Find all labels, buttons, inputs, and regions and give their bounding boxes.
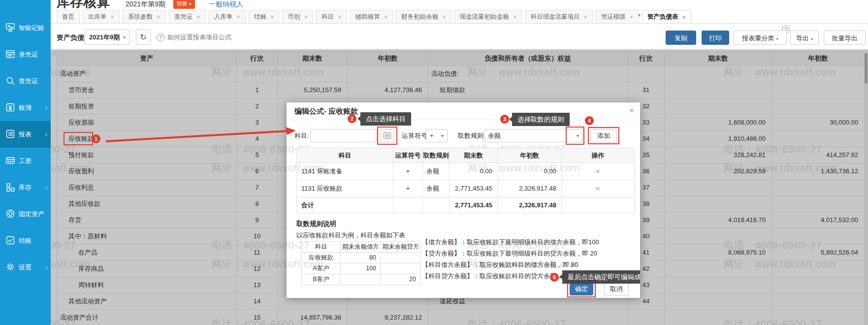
period-select[interactable]: 2021年9期▾	[85, 30, 130, 45]
reclassify-button[interactable]: 报表重分类▾	[734, 31, 787, 45]
tab-label: 首页	[62, 11, 74, 23]
list-icon	[384, 132, 391, 139]
close-icon[interactable]: ×	[630, 11, 634, 23]
subject-cell: 1131 应收账款	[297, 180, 393, 197]
tab[interactable]: 币别 ×	[282, 10, 313, 23]
tab-label: 凭证模版	[601, 11, 626, 23]
copy-button[interactable]: 复制	[666, 31, 696, 45]
export-button[interactable]: 导出▾	[790, 31, 819, 45]
formula-help-link[interactable]: ?如何设置报表项目公式	[157, 33, 231, 42]
modal-title: 编辑公式- 应收账款	[294, 107, 358, 116]
close-icon[interactable]: ×	[629, 106, 634, 116]
sidebar-item-label: 账簿	[19, 103, 32, 112]
sidebar-item[interactable]: 工资 ›	[0, 148, 51, 174]
step-1-badge: 1	[92, 134, 100, 143]
sidebar-item[interactable]: 智能记账 ›	[0, 15, 51, 41]
batch-export-button[interactable]: 批量导出	[824, 31, 866, 45]
sidebar-item[interactable]: 固定资产 ›	[0, 201, 51, 228]
print-button[interactable]: 打印	[702, 31, 729, 45]
period-switch-badge[interactable]: 切换 ▾	[173, 0, 195, 9]
formula-col-header: 科目	[297, 148, 393, 163]
tab[interactable]: 科目现金流量项目 ×	[525, 10, 593, 23]
rule-example-col-header: 科目	[302, 242, 341, 253]
tab[interactable]: 科目 ×	[316, 10, 347, 23]
sidebar-item[interactable]: 结账 ›	[0, 228, 51, 254]
formula-subjects-table: 科目运算符号取数规则期末数年初数操作 1141 坏账准备 + 余额 0.00 0…	[296, 148, 634, 213]
tab[interactable]: 系统参数 ×	[123, 10, 166, 23]
close-icon[interactable]: ×	[196, 11, 200, 23]
close-icon[interactable]: ×	[338, 11, 342, 23]
close-icon[interactable]: ×	[583, 11, 587, 23]
tab[interactable]: 查凭证 ×	[169, 10, 206, 23]
operator-select[interactable]: +▾	[426, 129, 448, 142]
remove-row-icon[interactable]: ×	[562, 180, 635, 197]
header-period: 2021年第9期	[126, 0, 165, 9]
close-icon[interactable]: ×	[111, 11, 115, 23]
sidebar-item-label: 查凭证	[19, 77, 38, 86]
sidebar: 智能记账 › 录凭证 › 查凭证 › 账簿 ›	[0, 0, 51, 325]
tab[interactable]: 结账 ×	[249, 10, 280, 23]
close-icon[interactable]: ×	[236, 11, 240, 23]
tab[interactable]: 现金流量初始金额 ×	[454, 10, 522, 23]
close-icon[interactable]: ×	[157, 11, 161, 23]
close-icon[interactable]: ×	[442, 11, 446, 23]
tab[interactable]: 首页 ×	[57, 10, 80, 23]
close-icon[interactable]: ×	[304, 11, 308, 23]
tab[interactable]: 财务初始余额 ×	[396, 10, 451, 23]
sidebar-item-icon	[5, 156, 15, 167]
refresh-button[interactable]: ↻	[136, 30, 151, 45]
toolbar: 资产负债表 2021年9期▾ ↻ ?如何设置报表项目公式 复制 打印 ? 报表重…	[51, 24, 868, 51]
tab[interactable]: 凭证模版 ×	[596, 10, 639, 23]
tab-label: 现金流量初始金额	[460, 11, 509, 23]
subject-label: 科目:	[294, 131, 309, 140]
sidebar-item-icon	[5, 76, 15, 87]
add-button[interactable]: 添加	[590, 129, 617, 142]
close-icon[interactable]: ×	[270, 11, 274, 23]
rule-example-row: B客户 20	[302, 274, 420, 285]
tab-dropdown-caret[interactable]: ▾	[636, 12, 643, 18]
rule-cell: 余额	[423, 163, 450, 180]
rule-example-header: 科目期末余额借方期末余额贷方	[302, 242, 420, 253]
sidebar-item-label: 库存	[19, 183, 32, 192]
tab-label: 辅助核算	[355, 11, 380, 23]
sidebar-item-label: 智能记账	[19, 24, 44, 32]
sidebar-item[interactable]: 录凭证 ›	[0, 41, 51, 68]
tab-label: 财务初始余额	[401, 11, 438, 23]
sidebar-item[interactable]: 查凭证 ›	[0, 68, 51, 95]
close-icon[interactable]: ×	[384, 11, 388, 23]
tab[interactable]: 辅助核算 ×	[350, 10, 393, 23]
sidebar-item[interactable]: 库存 ›	[0, 174, 51, 201]
subject-picker-button[interactable]	[380, 129, 394, 142]
step-3-tooltip: 选择取数的规则	[512, 113, 570, 126]
rule-example-row: 应收账款 80	[302, 253, 420, 263]
sidebar-item[interactable]: 账簿 ›	[0, 95, 51, 121]
tab-label: 科目	[321, 11, 334, 23]
close-icon[interactable]: ×	[513, 11, 517, 23]
example-credit	[381, 253, 421, 263]
tab-label: 科目现金流量项目	[530, 11, 579, 23]
rule-example-table: 科目期末余额借方期末余额贷方 应收账款 80 A客户 100	[301, 241, 420, 285]
cancel-button[interactable]: 取消	[604, 283, 629, 295]
sidebar-item[interactable]: 设置 ›	[0, 254, 51, 281]
example-subject: A客户	[302, 263, 341, 274]
remove-row-icon[interactable]: ×	[562, 163, 635, 180]
example-credit	[381, 263, 421, 274]
confirm-button[interactable]: 确定	[570, 283, 593, 295]
sidebar-item-label: 固定资产	[19, 210, 44, 219]
close-icon[interactable]: ×	[682, 11, 686, 23]
sidebar-item[interactable]: 报表 ›	[0, 121, 51, 148]
total-beginning: 2,326,917.48	[498, 197, 562, 213]
chevron-right-icon: ›	[45, 264, 47, 271]
example-debit: 80	[341, 253, 381, 263]
sidebar-item-label: 结账	[19, 236, 32, 245]
tab[interactable]: 出库单 ×	[83, 10, 120, 23]
taxpayer-type-link[interactable]: 一般纳税人	[209, 0, 243, 9]
formula-col-header: 运算符号	[393, 148, 423, 163]
tab[interactable]: 入库单 ×	[209, 10, 246, 23]
tab[interactable]: 资产负债表 ×	[642, 10, 691, 23]
rule-select[interactable]: 余额▾	[484, 129, 583, 142]
sidebar-item-icon	[5, 23, 15, 34]
step-5-tooltip: 最后点击确定即可编辑成功	[562, 270, 640, 284]
subject-input[interactable]	[310, 129, 377, 142]
formula-col-header: 年初数	[498, 148, 562, 163]
